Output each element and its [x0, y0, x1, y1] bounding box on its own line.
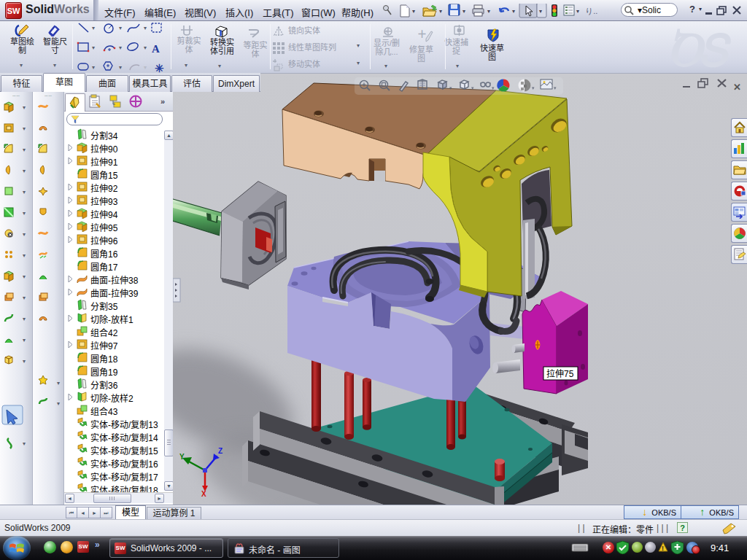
svg-text:▾: ▾	[23, 104, 26, 111]
svg-text:▾: ▾	[23, 316, 26, 322]
svg-text:▾: ▾	[144, 25, 147, 31]
svg-text:▾: ▾	[439, 8, 442, 15]
svg-text:»: »	[160, 97, 165, 106]
svg-text:▾: ▾	[23, 295, 26, 301]
svg-text:▾: ▾	[462, 8, 465, 15]
svg-text:▾: ▾	[23, 125, 26, 132]
svg-text:＋: ＋	[417, 28, 427, 39]
svg-text:▾: ▾	[449, 85, 452, 90]
svg-text:り..: り..	[585, 7, 597, 15]
svg-text:▾: ▾	[576, 8, 579, 15]
svg-text:▾: ▾	[144, 64, 147, 71]
svg-text:▾: ▾	[23, 337, 26, 343]
svg-text:▾: ▾	[23, 147, 26, 153]
svg-text:▾: ▾	[23, 210, 26, 217]
svg-text:▾: ▾	[92, 25, 95, 31]
svg-text:▾: ▾	[492, 85, 495, 90]
svg-text:▾: ▾	[23, 252, 26, 259]
svg-text:▾: ▾	[119, 44, 122, 51]
svg-text:✳: ✳	[155, 62, 164, 73]
svg-text:⌀: ⌀	[384, 28, 388, 35]
svg-text:▾: ▾	[23, 273, 26, 280]
svg-text:▾: ▾	[57, 380, 60, 386]
svg-text:▾: ▾	[23, 168, 26, 174]
svg-text:▾: ▾	[92, 64, 95, 71]
svg-text:▾: ▾	[23, 231, 26, 238]
svg-text:▾: ▾	[412, 8, 415, 15]
svg-text:▾: ▾	[92, 44, 95, 51]
svg-text:▾: ▾	[539, 8, 542, 15]
svg-text:▾: ▾	[57, 400, 60, 407]
svg-text:▾: ▾	[23, 440, 26, 447]
svg-text:▾: ▾	[532, 85, 535, 90]
svg-text:X: X	[201, 490, 206, 498]
svg-text:▾: ▾	[487, 8, 490, 15]
svg-text:Y: Y	[179, 453, 185, 461]
svg-text:▾: ▾	[144, 44, 147, 51]
svg-text:▾: ▾	[23, 189, 26, 195]
svg-text:▾: ▾	[119, 25, 122, 31]
svg-text:▾: ▾	[512, 8, 515, 15]
svg-text:Z: Z	[218, 447, 222, 455]
svg-text:▾: ▾	[119, 64, 122, 71]
svg-text:拉伸75: 拉伸75	[546, 368, 574, 379]
svg-text:▾: ▾	[23, 358, 26, 365]
svg-text:!: !	[662, 545, 664, 552]
svg-text:▾: ▾	[554, 85, 557, 90]
svg-text:A: A	[152, 43, 160, 55]
svg-text:▾: ▾	[471, 85, 474, 90]
